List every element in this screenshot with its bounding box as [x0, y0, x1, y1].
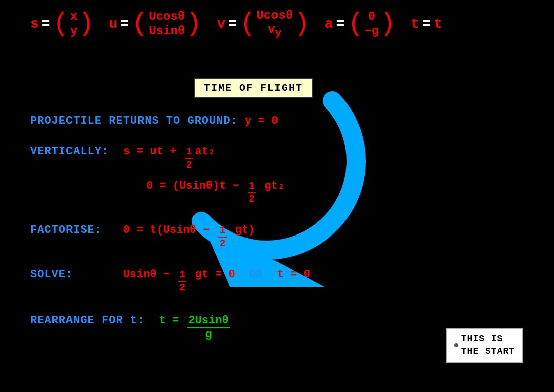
rearrange-label: REARRANGE FOR t: [30, 315, 159, 326]
top-equations: s = ( x y ) u = ( Ucosθ Usinθ ) v = ( [30, 9, 442, 39]
solve-eq: Usinθ − 1 2 gt = 0 OR t = 0 [123, 269, 310, 294]
paren-open-a: ( [348, 11, 363, 37]
var-s: s [30, 16, 39, 32]
matrix-row-v2: vy [268, 23, 281, 39]
projectile-section: PROJECTILE RETURNS TO GROUND: y = 0 [30, 116, 310, 127]
paren-open-v: ( [240, 11, 255, 37]
var-a: a [325, 16, 333, 32]
var-t: t [411, 16, 420, 32]
var-v: v [217, 16, 226, 32]
this-is-start-dot [454, 343, 458, 347]
solve-label: SOLVE: [30, 269, 123, 280]
equals-v: = [228, 16, 237, 32]
eq-t: t = t [411, 16, 442, 32]
eq-s: s = ( x y ) [30, 10, 94, 38]
matrix-a: ( 0 −g ) [348, 10, 395, 38]
rearrange-line: REARRANGE FOR t: t = 2Usinθ g [30, 314, 310, 342]
time-of-flight-box: TIME OF FLIGHT [194, 78, 313, 98]
vertically-eq: s = ut + 1 2 at2 [123, 146, 214, 171]
factorise-eq: 0 = t(Usinθ − 1 2 gt) [123, 224, 255, 250]
paren-close-u: ) [186, 11, 201, 37]
factorise-line: FACTORISE: 0 = t(Usinθ − 1 2 gt) [30, 224, 310, 250]
matrix-row-s2: y [70, 25, 77, 38]
eq-u: u = ( Ucosθ Usinθ ) [109, 10, 201, 38]
projectile-line: PROJECTILE RETURNS TO GROUND: y = 0 [30, 116, 310, 127]
paren-close-v: ) [294, 11, 309, 37]
matrix-s: ( x y ) [53, 10, 94, 38]
equals-s: = [42, 16, 50, 32]
paren-close-s: ) [78, 11, 94, 37]
vertically-section: VERTICALLY: s = ut + 1 2 at2 0 = (Usinθ)… [30, 146, 310, 205]
this-is-start-box: THIS ISTHE START [446, 328, 523, 363]
time-of-flight-label: TIME OF FLIGHT [204, 82, 303, 94]
eq-v: v = ( Ucosθ vy ) [217, 9, 310, 39]
paren-open-s: ( [53, 11, 69, 37]
vertically-line: VERTICALLY: s = ut + 1 2 at2 [30, 146, 310, 171]
rearrange-eq: t = 2Usinθ g [159, 314, 231, 342]
matrix-content-s: x y [70, 10, 77, 38]
paren-open-u: ( [132, 11, 148, 37]
equals-t: = [422, 16, 431, 32]
matrix-row-a2: −g [364, 25, 379, 38]
equals-u: = [120, 16, 129, 32]
matrix-content-v: Ucosθ vy [256, 9, 293, 39]
var-u: u [109, 16, 117, 32]
matrix-v: ( Ucosθ vy ) [240, 9, 309, 39]
factorise-section: FACTORISE: 0 = t(Usinθ − 1 2 gt) [30, 224, 310, 250]
solve-section: SOLVE: Usinθ − 1 2 gt = 0 OR t = 0 [30, 269, 310, 294]
equals-a: = [336, 16, 344, 32]
projectile-label: PROJECTILE RETURNS TO GROUND: [30, 116, 245, 127]
matrix-row-a1: 0 [368, 10, 375, 23]
vertically-label: VERTICALLY: [30, 146, 123, 158]
eq-a: a = ( 0 −g ) [325, 10, 396, 38]
matrix-row-u1: Ucosθ [149, 10, 185, 23]
sub-eq-line: 0 = (Usinθ)t − 1 2 gt2 [146, 180, 310, 205]
matrix-row-v1: Ucosθ [256, 9, 293, 22]
var-t-val: t [434, 16, 442, 32]
matrix-content-a: 0 −g [364, 10, 379, 38]
matrix-content-u: Ucosθ Usinθ [149, 10, 185, 38]
matrix-u: ( Ucosθ Usinθ ) [132, 10, 201, 38]
matrix-row-s1: x [70, 10, 77, 23]
rearrange-section: REARRANGE FOR t: t = 2Usinθ g [30, 314, 310, 342]
main-content: PROJECTILE RETURNS TO GROUND: y = 0 VERT… [30, 116, 310, 342]
this-is-start-label: THIS ISTHE START [461, 333, 515, 358]
projectile-eq: y = 0 [245, 116, 278, 127]
sub-eq: 0 = (Usinθ)t − 1 2 gt2 [146, 180, 283, 205]
solve-line: SOLVE: Usinθ − 1 2 gt = 0 OR t = 0 [30, 269, 310, 294]
factorise-label: FACTORISE: [30, 225, 123, 236]
matrix-row-u2: Usinθ [149, 25, 185, 38]
paren-close-a: ) [380, 11, 395, 37]
